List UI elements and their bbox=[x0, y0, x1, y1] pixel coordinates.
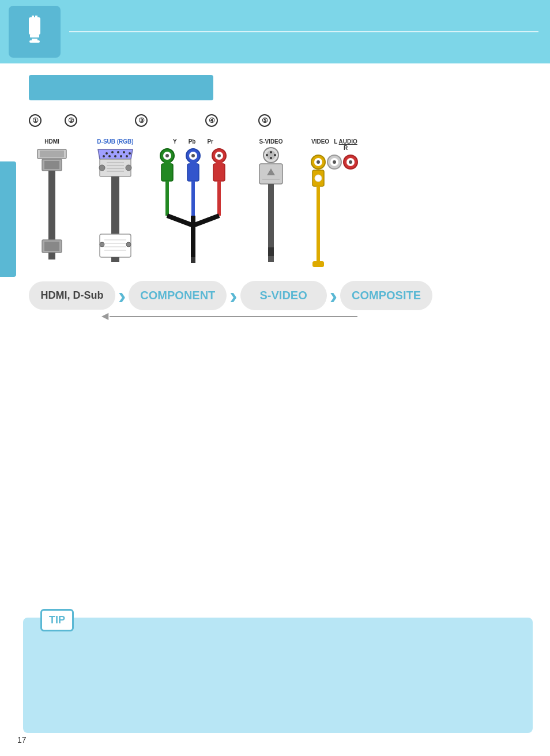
svg-point-67 bbox=[270, 157, 272, 159]
svg-rect-3 bbox=[30, 35, 39, 37]
svg-point-17 bbox=[117, 151, 119, 153]
priority-hdmi-dsub-label: HDMI, D-Sub bbox=[41, 289, 104, 301]
svg-point-23 bbox=[120, 155, 122, 157]
svg-rect-58 bbox=[217, 181, 221, 216]
comp-y-label: Y bbox=[173, 138, 177, 145]
svg-point-16 bbox=[111, 151, 114, 153]
svg-rect-52 bbox=[187, 164, 199, 181]
numbered-list: ① ② ③ ④ ⑤ bbox=[29, 114, 533, 127]
svg-rect-50 bbox=[161, 164, 173, 181]
tip-line-2 bbox=[69, 672, 71, 680]
arrow-1: › bbox=[115, 284, 129, 307]
svg-rect-7 bbox=[40, 151, 64, 157]
svg-point-81 bbox=[333, 160, 336, 164]
page-number-value: 17 bbox=[17, 735, 27, 744]
comp-pr-label: Pr bbox=[207, 138, 213, 145]
hdmi-cable-group: HDMI bbox=[29, 138, 75, 262]
svg-rect-57 bbox=[191, 181, 195, 216]
tip-line-4 bbox=[69, 696, 71, 705]
svg-rect-0 bbox=[29, 17, 40, 35]
svg-rect-5 bbox=[29, 40, 40, 43]
svg-point-15 bbox=[106, 152, 108, 155]
svg-rect-12 bbox=[44, 242, 59, 251]
page-number: 17 bbox=[17, 735, 27, 744]
svg-rect-56 bbox=[165, 181, 169, 216]
priority-component: COMPONENT bbox=[129, 281, 227, 310]
svg-rect-40 bbox=[111, 257, 119, 262]
svg-point-84 bbox=[349, 160, 352, 164]
svg-rect-33 bbox=[100, 234, 131, 257]
circle-4: ④ bbox=[205, 114, 218, 127]
svg-rect-32 bbox=[111, 176, 119, 234]
svg-point-49 bbox=[217, 154, 221, 157]
composite-cable-group: VIDEO L AUDIO R bbox=[311, 138, 357, 269]
cables-container: HDMI D-SUB (RGB) bbox=[29, 138, 533, 269]
vga-cable-group: D-SUB (RGB) bbox=[92, 138, 138, 262]
num-item-2: ② bbox=[65, 114, 77, 127]
svg-marker-14 bbox=[98, 149, 133, 159]
svg-point-20 bbox=[103, 155, 105, 157]
logo bbox=[9, 6, 61, 58]
logo-icon bbox=[20, 14, 49, 49]
svg-point-22 bbox=[114, 155, 116, 157]
circle-2: ② bbox=[65, 114, 77, 127]
section-header-box bbox=[29, 75, 213, 100]
svg-point-78 bbox=[317, 160, 320, 164]
tip-badge-label: TIP bbox=[49, 614, 65, 626]
svg-point-66 bbox=[270, 151, 272, 153]
svg-point-46 bbox=[191, 154, 195, 157]
svg-rect-54 bbox=[213, 164, 225, 181]
num-item-3: ③ bbox=[135, 114, 148, 127]
svg-point-43 bbox=[165, 154, 169, 157]
svg-rect-13 bbox=[48, 253, 55, 259]
svg-line-61 bbox=[193, 216, 219, 225]
svg-rect-10 bbox=[48, 171, 55, 240]
svg-rect-9 bbox=[44, 161, 59, 169]
svg-point-24 bbox=[126, 155, 128, 157]
header-bar bbox=[0, 0, 550, 63]
svg-point-86 bbox=[315, 175, 322, 182]
arrow-3: › bbox=[327, 284, 340, 307]
back-arrow-line bbox=[110, 316, 357, 317]
num-item-1: ① bbox=[29, 114, 42, 127]
tip-line-3 bbox=[69, 684, 71, 693]
hdmi-svg bbox=[32, 146, 72, 262]
dsub-port-label: D-SUB (RGB) bbox=[97, 138, 133, 145]
vga-svg bbox=[95, 146, 135, 262]
tip-box: TIP bbox=[23, 618, 533, 733]
svg-point-19 bbox=[129, 152, 131, 155]
svg-point-38 bbox=[100, 242, 104, 247]
comp-pb-label: Pb bbox=[189, 138, 196, 145]
svg-rect-2 bbox=[35, 16, 37, 20]
left-tab bbox=[0, 161, 16, 277]
main-content: ① ② ③ ④ ⑤ HDMI bbox=[29, 75, 533, 317]
svg-rect-73 bbox=[268, 184, 274, 247]
svg-point-26 bbox=[99, 165, 105, 171]
svideo-port-label: S-VIDEO bbox=[259, 138, 282, 145]
comp-video-label: VIDEO bbox=[311, 138, 329, 151]
back-arrow-row bbox=[110, 316, 533, 317]
svg-rect-1 bbox=[32, 16, 34, 20]
arrow-2: › bbox=[227, 284, 240, 307]
priority-hdmi-dsub: HDMI, D-Sub bbox=[29, 281, 115, 310]
circle-1: ① bbox=[29, 114, 42, 127]
composite-svg bbox=[306, 154, 363, 269]
priority-composite: COMPOSITE bbox=[340, 281, 432, 310]
component-cable-group: Y Pb Pr bbox=[156, 138, 231, 263]
svg-rect-62 bbox=[191, 225, 195, 257]
svg-point-27 bbox=[126, 165, 131, 171]
tip-text bbox=[69, 635, 515, 707]
num-item-4: ④ bbox=[205, 114, 218, 127]
tip-badge: TIP bbox=[40, 609, 74, 631]
priority-component-label: COMPONENT bbox=[140, 289, 215, 302]
svg-rect-4 bbox=[32, 39, 37, 40]
svg-point-69 bbox=[274, 154, 276, 156]
svg-rect-63 bbox=[191, 257, 195, 263]
tip-line-1 bbox=[69, 660, 71, 669]
priority-svideo: S-VIDEO bbox=[240, 281, 327, 310]
svg-point-39 bbox=[126, 242, 131, 247]
svg-rect-74 bbox=[268, 247, 274, 256]
svg-rect-53 bbox=[190, 160, 197, 165]
comp-audio-label: L AUDIO R bbox=[334, 138, 357, 151]
svg-rect-51 bbox=[164, 160, 171, 165]
